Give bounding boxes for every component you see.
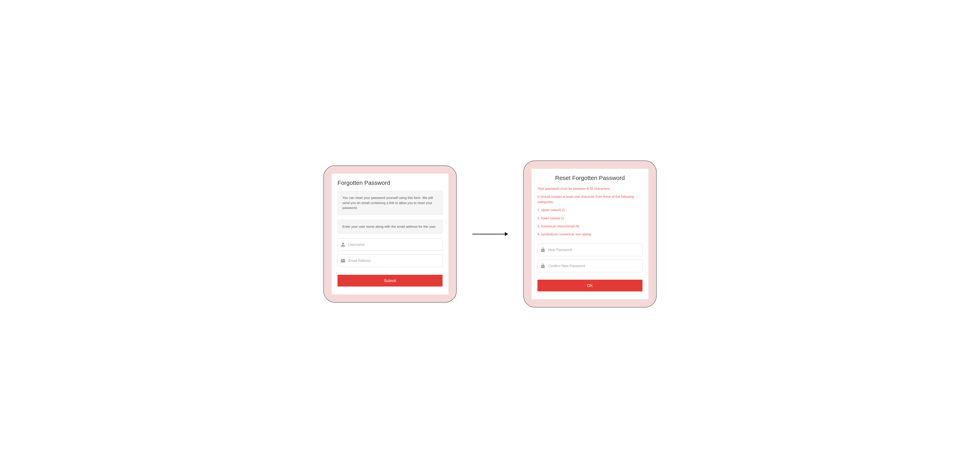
forgotten-password-card: Forgotten Password You can reset your pa… <box>332 174 449 294</box>
submit-button[interactable]: Submit <box>337 275 442 287</box>
lock-icon <box>540 247 546 252</box>
enter-credentials-instruction: Enter your user name along with the emai… <box>337 220 442 234</box>
rule-numeric: 3. numerical characters(0-9) <box>538 224 643 229</box>
rule-upper: 1. upper case(A-Z) <box>538 207 643 213</box>
reset-password-panel: Reset Forgotten Password Your password m… <box>523 161 657 307</box>
confirm-password-field-wrap[interactable] <box>538 259 643 272</box>
email-field-wrap[interactable] <box>337 255 442 267</box>
arrow-right-icon <box>473 234 508 234</box>
rule-length: Your password must be between 8-32 chara… <box>538 186 643 191</box>
rule-categories-intro: It should contain at least one character… <box>538 194 643 205</box>
flow-arrow <box>473 234 508 234</box>
email-input[interactable] <box>348 259 440 263</box>
reset-password-title: Reset Forgotten Password <box>538 175 643 181</box>
new-password-field-wrap[interactable] <box>538 244 643 256</box>
forgotten-password-panel: Forgotten Password You can reset your pa… <box>323 166 457 302</box>
mail-icon <box>340 258 345 263</box>
username-input[interactable] <box>348 243 440 247</box>
forgotten-password-title: Forgotten Password <box>337 180 442 186</box>
new-password-input[interactable] <box>548 248 640 252</box>
user-icon <box>340 242 345 247</box>
rule-symbol: 4. symbol(non numerical, non alpha) <box>538 232 643 237</box>
reset-password-card: Reset Forgotten Password Your password m… <box>531 169 648 299</box>
username-field-wrap[interactable] <box>337 238 442 251</box>
password-rules: Your password must be between 8-32 chara… <box>538 186 643 240</box>
rule-lower: 2. lower case(a-z) <box>538 216 643 221</box>
ok-button[interactable]: OK <box>538 280 643 291</box>
confirm-password-input[interactable] <box>548 264 640 268</box>
reset-info-text: You can reset your password yourself usi… <box>337 191 442 215</box>
lock-icon <box>540 263 546 269</box>
